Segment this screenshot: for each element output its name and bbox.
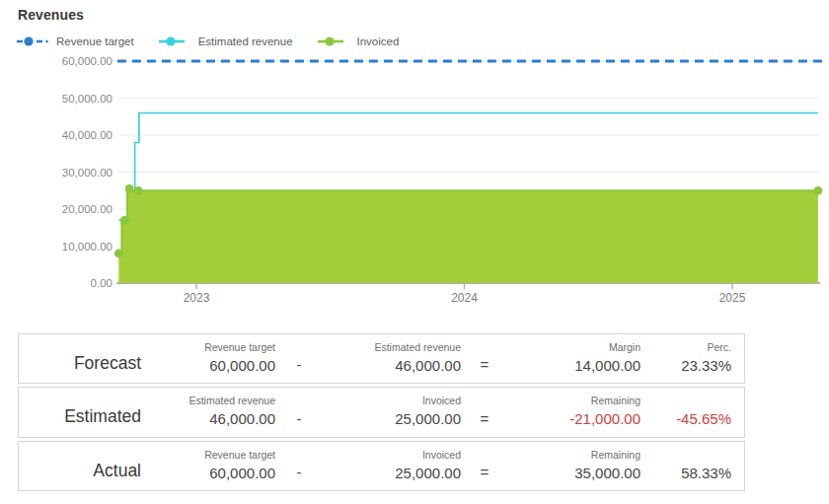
legend-item-invoiced[interactable]: Invoiced xyxy=(317,36,400,47)
data-point-marker xyxy=(814,186,823,195)
cell-header: Invoiced xyxy=(323,395,461,406)
chart-legend: Revenue targetEstimated revenueInvoiced xyxy=(16,36,399,47)
cell-header: Revenue target xyxy=(141,449,275,461)
equals-operator: = xyxy=(461,410,508,428)
legend-line-icon xyxy=(317,36,350,47)
x-axis-tick-label: 2025 xyxy=(719,291,746,305)
cell-header: Estimated revenue xyxy=(141,395,275,406)
row-label: Estimated xyxy=(23,407,141,427)
row-label: Actual xyxy=(23,462,141,481)
legend-item-revenue-target[interactable]: Revenue target xyxy=(16,36,134,47)
table-cell-col1: Revenue target60,000.00 xyxy=(141,449,275,481)
equals-operator: = xyxy=(461,464,508,481)
table-cell-perc: -45.65% xyxy=(641,395,731,427)
table-cell-col2: Invoiced25,000.00 xyxy=(323,395,461,427)
y-axis-tick-label: 60,000.00 xyxy=(62,55,113,67)
legend-item-estimated-revenue[interactable]: Estimated revenue xyxy=(158,36,293,47)
cell-value: 46,000.00 xyxy=(323,357,461,374)
cell-value: 25,000.00 xyxy=(323,465,461,481)
series-area-invoiced xyxy=(118,188,818,283)
x-axis-tick-label: 2023 xyxy=(184,291,210,305)
cell-header: Revenue target xyxy=(141,341,275,353)
table-cell-perc: Perc.23.33% xyxy=(641,341,731,374)
cell-header: Remaining xyxy=(508,395,641,406)
data-point-marker xyxy=(120,216,129,225)
table-cell-col2: Invoiced25,000.00 xyxy=(323,449,461,481)
cell-value: 58.33% xyxy=(641,465,731,481)
cell-value: 14,000.00 xyxy=(508,357,641,374)
cell-header: Estimated revenue xyxy=(323,341,461,353)
equals-operator: = xyxy=(461,356,508,374)
cell-header: Perc. xyxy=(641,341,731,353)
table-cell-col2: Estimated revenue46,000.00 xyxy=(323,341,461,374)
table-row-actual: ActualRevenue target60,000.00-Invoiced25… xyxy=(18,441,745,491)
table-cell-perc: 58.33% xyxy=(641,449,731,481)
minus-operator: - xyxy=(275,356,323,374)
cell-header: Invoiced xyxy=(323,449,461,461)
table-cell-col1: Estimated revenue46,000.00 xyxy=(141,395,275,427)
page-title: Revenues xyxy=(18,7,84,23)
minus-operator: - xyxy=(275,410,323,428)
legend-dashed-line-icon xyxy=(16,36,49,47)
y-axis-tick-label: 30,000.00 xyxy=(62,167,113,179)
data-point-marker xyxy=(114,250,123,258)
cell-value: -45.65% xyxy=(641,410,731,427)
table-cell-col1: Revenue target60,000.00 xyxy=(141,341,275,374)
cell-value: 46,000.00 xyxy=(141,410,275,427)
table-cell-col3: Remaining-21,000.00 xyxy=(508,395,641,427)
cell-value: -21,000.00 xyxy=(508,410,641,427)
row-label: Forecast xyxy=(23,354,141,374)
cell-header xyxy=(641,395,731,406)
table-row-forecast: ForecastRevenue target60,000.00-Estimate… xyxy=(18,333,745,384)
table-cell-col3: Remaining35,000.00 xyxy=(508,449,641,481)
y-axis-tick-label: 10,000.00 xyxy=(62,241,113,252)
minus-operator: - xyxy=(275,464,323,481)
cell-value: 23.33% xyxy=(641,357,731,374)
cell-value: 60,000.00 xyxy=(141,357,275,374)
cell-value: 25,000.00 xyxy=(323,410,461,427)
revenues-widget: 60,000.0050,000.0040,000.0030,000.0020,0… xyxy=(0,0,829,504)
cell-value: 60,000.00 xyxy=(141,465,275,481)
cell-header xyxy=(641,449,731,461)
cell-header: Remaining xyxy=(508,449,641,461)
legend-label: Revenue target xyxy=(56,36,134,47)
revenue-calc-table: ForecastRevenue target60,000.00-Estimate… xyxy=(18,333,745,494)
y-axis-tick-label: 50,000.00 xyxy=(62,93,113,105)
cell-value: 35,000.00 xyxy=(508,465,641,481)
legend-label: Estimated revenue xyxy=(198,36,293,47)
y-axis-tick-label: 0.00 xyxy=(91,277,113,289)
table-cell-col3: Margin14,000.00 xyxy=(508,341,641,374)
table-row-estimated: EstimatedEstimated revenue46,000.00-Invo… xyxy=(18,387,745,437)
y-axis-tick-label: 20,000.00 xyxy=(62,203,113,215)
data-point-marker xyxy=(134,186,143,195)
y-axis-tick-label: 40,000.00 xyxy=(62,129,113,141)
legend-label: Invoiced xyxy=(357,36,400,47)
data-point-marker xyxy=(125,184,134,193)
revenue-chart: 60,000.0050,000.0040,000.0030,000.0020,0… xyxy=(0,0,829,318)
legend-line-icon xyxy=(158,36,191,47)
cell-header: Margin xyxy=(508,341,641,353)
x-axis-tick-label: 2024 xyxy=(451,291,478,305)
